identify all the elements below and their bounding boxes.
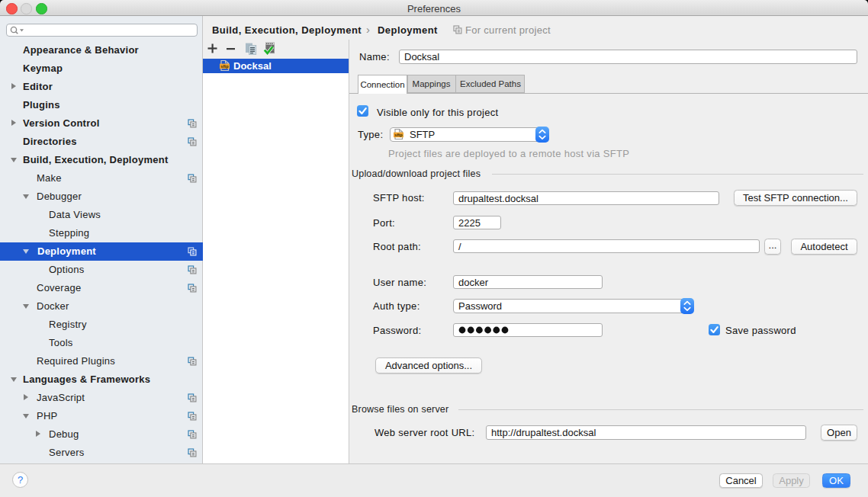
svg-text:sftp: sftp bbox=[394, 133, 403, 137]
svg-text:sftp: sftp bbox=[220, 64, 229, 69]
